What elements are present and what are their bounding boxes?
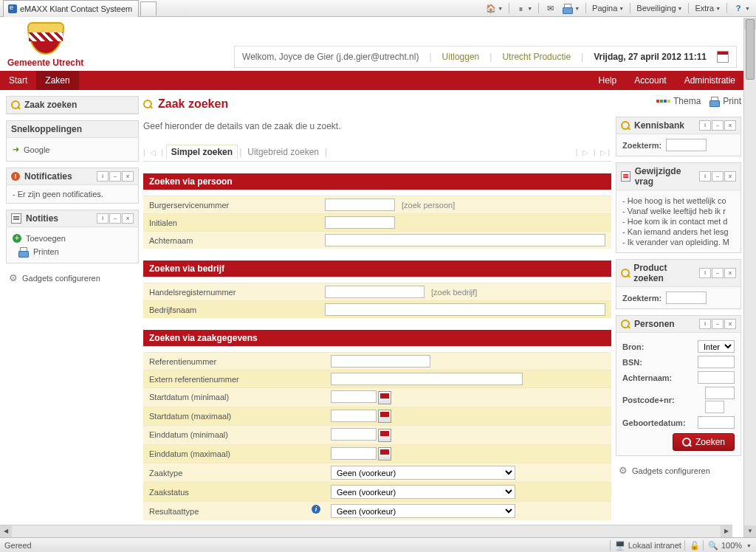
panel-close-button[interactable]: x (122, 171, 134, 182)
help-button[interactable]: ?▼ (730, 2, 753, 14)
scroll-right-icon[interactable]: ▶ (721, 525, 732, 537)
zoom-control[interactable]: 🔍 100% ▼ (703, 540, 752, 551)
thema-button[interactable]: Thema (656, 96, 701, 106)
tab-scroll-left[interactable]: | ◁ | (143, 148, 165, 156)
calendar-button[interactable] (378, 391, 391, 404)
browser-tab[interactable]: eMAXX Klant Contact Systeem (3, 0, 139, 17)
nav-zaken[interactable]: Zaken (36, 71, 78, 90)
input-p-achternaam[interactable] (698, 371, 735, 384)
label-startmax: Startdatum (maximaal) (143, 407, 325, 426)
panel-notities: Notities i – x + Toevoegen (6, 210, 139, 263)
tab-simpel[interactable]: Simpel zoeken (166, 145, 238, 159)
tab-uitgebreid[interactable]: Uitgebreid zoeken (243, 145, 323, 159)
panel-info-button[interactable]: i (699, 268, 711, 278)
panel-min-button[interactable]: – (712, 268, 724, 278)
gadgets-config-left[interactable]: ⚙ Gadgets configureren (6, 272, 139, 284)
calendar-button[interactable] (378, 410, 391, 423)
panel-min-button[interactable]: – (712, 120, 724, 131)
panel-info-button[interactable]: i (97, 171, 109, 182)
panel-zaak-zoeken: Zaak zoeken (6, 96, 139, 114)
panel-info-button[interactable]: i (97, 213, 109, 224)
scroll-thumb[interactable] (746, 19, 755, 80)
env-link[interactable]: Utrecht Productie (502, 52, 571, 62)
panel-min-button[interactable]: – (109, 171, 121, 182)
input-achternaam[interactable] (325, 234, 605, 246)
nav-help[interactable]: Help (590, 71, 626, 90)
input-extref[interactable] (331, 373, 523, 385)
gadgets-config-right[interactable]: ⚙ Gadgets configureren (616, 464, 741, 477)
input-startmax[interactable] (331, 410, 377, 422)
main-nav: Start Zaken Help Account Administratie (0, 71, 744, 90)
faq-item[interactable]: - Hoe kom ik in contact met d (622, 217, 735, 226)
input-eindmax[interactable] (331, 447, 377, 460)
label-bron: Bron: (622, 342, 644, 351)
panel-min-button[interactable]: – (712, 171, 724, 182)
faq-item[interactable]: - Hoe hoog is het wettelijk co (622, 196, 735, 205)
panel-title: Snelkoppelingen (11, 124, 82, 134)
logout-link[interactable]: Uitloggen (442, 52, 480, 62)
input-ref[interactable] (331, 355, 430, 368)
panel-info-button[interactable]: i (699, 171, 711, 182)
nav-account[interactable]: Account (625, 71, 675, 90)
new-tab-button[interactable] (140, 1, 157, 15)
panel-info-button[interactable]: i (699, 120, 711, 131)
input-initialen[interactable] (325, 216, 395, 229)
link-zoek-bedrijf[interactable]: [zoek bedrijf] (431, 288, 477, 297)
calendar-button[interactable] (378, 429, 391, 442)
input-prod-zoekterm[interactable] (666, 291, 707, 304)
input-bsn[interactable] (325, 199, 395, 211)
select-zaaktype[interactable]: Geen (voorkeur) (331, 466, 515, 480)
print-button[interactable]: ▼ (560, 3, 583, 13)
vertical-scrollbar[interactable]: ▲ ▼ (743, 18, 756, 537)
scroll-down-icon[interactable]: ▼ (744, 525, 756, 537)
nav-admin[interactable]: Administratie (676, 71, 744, 90)
panel-title: Notificaties (24, 171, 72, 182)
link-zoek-persoon[interactable]: [zoek persoon] (402, 201, 455, 210)
personen-zoeken-button[interactable]: Zoeken (673, 433, 735, 451)
select-bron[interactable]: Intern (698, 340, 735, 353)
panel-title: Notities (26, 213, 58, 224)
info-icon[interactable]: i (312, 505, 320, 514)
select-zaakstatus[interactable]: Geen (voorkeur) (331, 485, 515, 499)
home-button[interactable]: 🏠▼ (483, 2, 506, 14)
input-kb-zoekterm[interactable] (666, 139, 707, 151)
link-google[interactable]: ➜ Google (13, 145, 132, 154)
gear-icon: ⚙ (9, 273, 18, 283)
input-p-geboorte[interactable] (698, 416, 735, 429)
tab-scroll-right[interactable]: | ▷ | ▷| (576, 148, 611, 156)
security-menu[interactable]: Beveiliging▼ (633, 3, 685, 13)
nav-start[interactable]: Start (0, 71, 36, 90)
faq-item[interactable]: - Kan iemand anders het lesg (622, 227, 735, 236)
horizontal-scrollbar[interactable]: ◀ ▶ (0, 525, 732, 537)
panel-min-button[interactable]: – (712, 319, 724, 329)
add-note-button[interactable]: + Toevoegen (13, 234, 132, 243)
welcome-text: Welkom, Joyce de Gier (j.de.gier@utrecht… (242, 52, 419, 62)
panel-close-button[interactable]: x (724, 268, 736, 278)
extra-menu[interactable]: Extra▼ (692, 3, 724, 13)
scroll-left-icon[interactable]: ◀ (0, 525, 12, 537)
input-handels[interactable] (325, 286, 425, 298)
calendar-icon[interactable] (717, 51, 729, 63)
panel-close-button[interactable]: x (122, 213, 134, 224)
label-handels: Handelsregisternummer (143, 283, 319, 301)
panel-close-button[interactable]: x (724, 120, 736, 131)
panel-close-button[interactable]: x (724, 171, 736, 182)
panel-min-button[interactable]: – (109, 213, 121, 224)
panel-close-button[interactable]: x (724, 319, 736, 329)
input-eindmin[interactable] (331, 428, 377, 441)
input-p-postcode[interactable] (705, 387, 735, 399)
feeds-button[interactable]: ∎▼ (512, 2, 535, 14)
faq-item[interactable]: - Ik verander van opleiding. M (622, 238, 735, 246)
input-p-huisnr[interactable] (705, 401, 724, 413)
panel-info-button[interactable]: i (699, 319, 711, 329)
select-resultaat[interactable]: Geen (voorkeur) (331, 504, 515, 518)
faq-item[interactable]: - Vanaf welke leeftijd heb ik r (622, 207, 735, 215)
calendar-button[interactable] (378, 447, 391, 460)
page-menu[interactable]: Pagina▼ (589, 3, 627, 13)
print-notes-button[interactable]: Printen (18, 247, 59, 256)
input-bedrijfsnaam[interactable] (325, 303, 605, 316)
input-startmin[interactable] (331, 390, 377, 403)
print-button-right[interactable]: Print (709, 96, 741, 106)
input-p-bsn[interactable] (698, 356, 735, 368)
mail-button[interactable]: ✉ (542, 2, 558, 14)
